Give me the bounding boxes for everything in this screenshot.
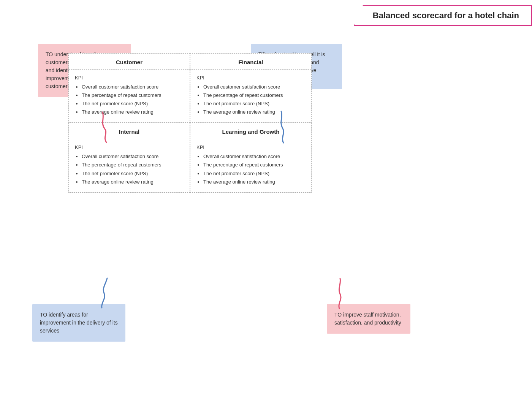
quadrant-learning: Learning and Growth KPI Overall customer…: [190, 123, 312, 192]
list-item: The percentage of repeat customers: [203, 161, 305, 169]
list-item: Overall customer satisfaction score: [203, 83, 305, 91]
quadrant-financial-kpi-label: KPI: [196, 75, 305, 81]
quadrant-internal: Internal KPI Overall customer satisfacti…: [68, 123, 190, 192]
list-item: The percentage of repeat customers: [82, 161, 184, 169]
quadrant-internal-title: Internal: [69, 123, 190, 139]
quadrant-customer-kpi-list: Overall customer satisfaction score The …: [75, 83, 184, 116]
list-item: The average online review rating: [82, 108, 184, 116]
quadrant-financial-kpi-list: Overall customer satisfaction score The …: [196, 83, 305, 116]
quadrant-learning-kpi-list: Overall customer satisfaction score The …: [196, 152, 305, 186]
list-item: The average online review rating: [82, 178, 184, 186]
list-item: The net promoter score (NPS): [82, 100, 184, 108]
quadrant-customer: Customer KPI Overall customer satisfacti…: [68, 53, 190, 123]
quadrant-financial-title: Financial: [190, 54, 311, 70]
list-item: The net promoter score (NPS): [203, 100, 305, 108]
quadrant-customer-kpi-label: KPI: [75, 75, 184, 81]
list-item: Overall customer satisfaction score: [82, 83, 184, 91]
list-item: The average online review rating: [203, 178, 305, 186]
quadrant-learning-kpi-label: KPI: [196, 144, 305, 150]
list-item: Overall customer satisfaction score: [82, 152, 184, 161]
quadrant-customer-title: Customer: [69, 54, 190, 70]
list-item: The net promoter score (NPS): [203, 169, 305, 178]
title-banner: Balanced scorecard for a hotel chain: [354, 5, 532, 26]
sticky-note-bottom-right: TO improve staff motivation, satisfactio…: [327, 304, 410, 334]
quadrant-financial: Financial KPI Overall customer satisfact…: [190, 53, 312, 123]
list-item: The percentage of repeat customers: [82, 91, 184, 100]
list-item: The percentage of repeat customers: [203, 91, 305, 100]
list-item: The average online review rating: [203, 108, 305, 116]
list-item: The net promoter score (NPS): [82, 169, 184, 178]
quadrant-grid: Customer KPI Overall customer satisfacti…: [68, 53, 312, 193]
page-title: Balanced scorecard for a hotel chain: [373, 11, 519, 21]
quadrant-internal-kpi-label: KPI: [75, 144, 184, 150]
sticky-note-bottom-left: TO identify areas for improvement in the…: [32, 304, 125, 342]
quadrant-learning-title: Learning and Growth: [190, 123, 311, 139]
quadrant-internal-kpi-list: Overall customer satisfaction score The …: [75, 152, 184, 186]
list-item: Overall customer satisfaction score: [203, 152, 305, 161]
